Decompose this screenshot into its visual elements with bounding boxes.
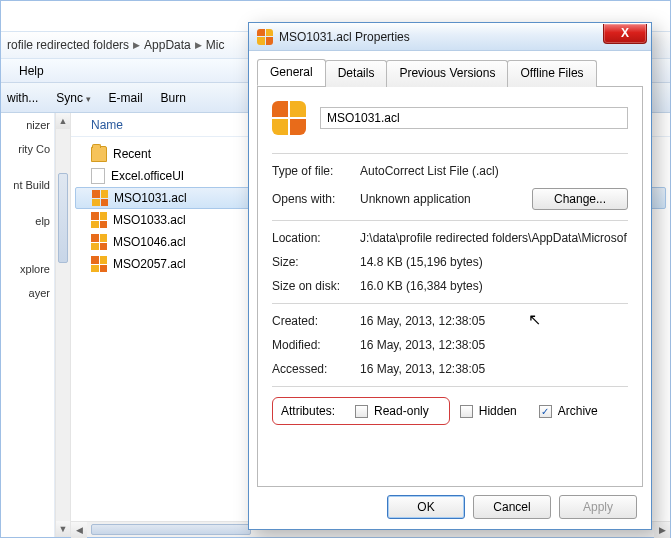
label-accessed: Accessed: [272,362,360,376]
item-label: Recent [113,147,151,161]
value-accessed: 16 May, 2013, 12:38:05 [360,362,628,376]
office-icon [91,234,107,250]
label-type-of-file: Type of file: [272,164,360,178]
scroll-thumb[interactable] [91,524,251,535]
sidebar-item[interactable] [1,161,54,173]
value-size-on-disk: 16.0 KB (16,384 bytes) [360,279,628,293]
title-bar[interactable]: MSO1031.acl Properties X [249,23,651,51]
label-size-on-disk: Size on disk: [272,279,360,293]
office-icon [91,212,107,228]
value-created: 16 May, 2013, 12:38:05 [360,314,628,328]
scroll-thumb[interactable] [58,173,68,263]
office-icon [272,101,306,135]
divider [272,153,628,154]
sidebar-item[interactable]: ayer [1,281,54,305]
close-button[interactable]: X [603,24,647,44]
menu-help[interactable]: Help [11,61,52,81]
chevron-right-icon: ▶ [195,40,202,50]
file-icon [91,168,105,184]
cancel-button[interactable]: Cancel [473,495,551,519]
readonly-checkbox[interactable] [355,405,368,418]
label-opens-with: Opens with: [272,192,360,206]
toolbar-burn[interactable]: Burn [161,91,186,105]
hidden-checkbox[interactable] [460,405,473,418]
label-created: Created: [272,314,360,328]
label-readonly: Read-only [374,404,429,418]
sidebar-item[interactable] [1,233,54,245]
toolbar-sync[interactable]: Sync [56,91,90,105]
toolbar-openwith[interactable]: with... [7,91,38,105]
label-location: Location: [272,231,360,245]
sidebar: nizer rity Co nt Build elp xplore ayer [1,113,55,537]
office-icon [92,190,108,206]
filename-input[interactable]: MSO1031.acl [320,107,628,129]
sidebar-item[interactable]: nt Build [1,173,54,197]
scroll-up-icon[interactable]: ▲ [56,113,70,129]
folder-icon [91,146,107,162]
scroll-left-icon[interactable]: ◀ [71,522,87,538]
chevron-right-icon: ▶ [133,40,140,50]
tab-previous-versions[interactable]: Previous Versions [386,60,508,87]
tab-general[interactable]: General [257,59,326,86]
properties-dialog: MSO1031.acl Properties X General Details… [248,22,652,530]
office-icon [257,29,273,45]
label-modified: Modified: [272,338,360,352]
breadcrumb-seg[interactable]: rofile redirected folders [7,38,129,52]
item-label: MSO1033.acl [113,213,186,227]
archive-checkbox[interactable] [539,405,552,418]
value-type-of-file: AutoCorrect List File (.acl) [360,164,628,178]
tab-details[interactable]: Details [325,60,388,87]
divider [272,220,628,221]
value-location: J:\data\profile redirected folders\AppDa… [360,231,628,245]
toolbar-email[interactable]: E-mail [109,91,143,105]
value-opens-with: Unknown application [360,192,524,206]
ok-button[interactable]: OK [387,495,465,519]
sidebar-item[interactable] [1,245,54,257]
divider [272,386,628,387]
item-label: MSO2057.acl [113,257,186,271]
breadcrumb-seg[interactable]: AppData [144,38,191,52]
tab-offline-files[interactable]: Offline Files [507,60,596,87]
item-label: MSO1046.acl [113,235,186,249]
label-attributes: Attributes: [281,404,335,418]
sidebar-scrollbar[interactable]: ▲ ▼ [55,113,71,537]
divider [272,303,628,304]
breadcrumb-seg[interactable]: Mic [206,38,225,52]
general-panel: MSO1031.acl Type of file: AutoCorrect Li… [257,87,643,487]
change-button[interactable]: Change... [532,188,628,210]
label-hidden: Hidden [479,404,517,418]
dialog-buttons: OK Cancel Apply [387,495,637,519]
sidebar-item[interactable]: elp [1,209,54,233]
scroll-down-icon[interactable]: ▼ [56,521,70,537]
sidebar-item[interactable]: rity Co [1,137,54,161]
scroll-right-icon[interactable]: ▶ [654,522,670,538]
tab-strip: General Details Previous Versions Offlin… [257,59,643,87]
value-modified: 16 May, 2013, 12:38:05 [360,338,628,352]
label-archive: Archive [558,404,598,418]
apply-button[interactable]: Apply [559,495,637,519]
label-size: Size: [272,255,360,269]
value-size: 14.8 KB (15,196 bytes) [360,255,628,269]
sidebar-item[interactable]: nizer [1,113,54,137]
sidebar-item[interactable]: xplore [1,257,54,281]
sidebar-item[interactable] [1,197,54,209]
office-icon [91,256,107,272]
dialog-title: MSO1031.acl Properties [279,30,597,44]
attributes-highlight: Attributes: Read-only [272,397,450,425]
item-label: MSO1031.acl [114,191,187,205]
item-label: Excel.officeUI [111,169,184,183]
